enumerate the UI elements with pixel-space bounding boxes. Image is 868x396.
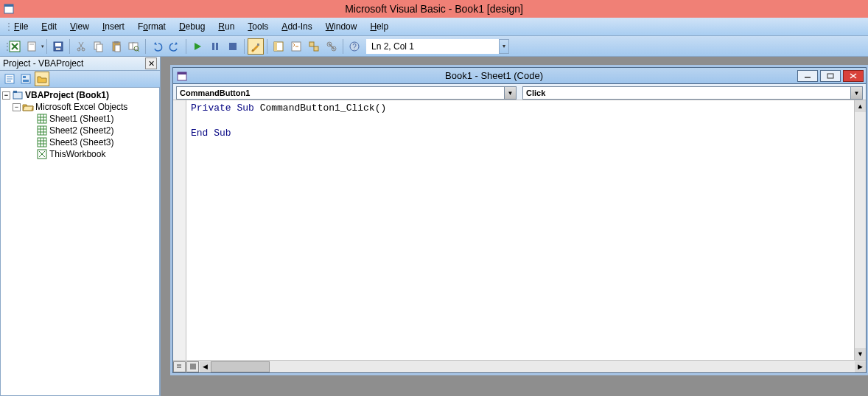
view-object-button[interactable]	[18, 72, 33, 86]
svg-rect-14	[115, 45, 120, 52]
app-icon	[0, 3, 18, 15]
tree-item-thisworkbook[interactable]: ThisWorkbook	[1, 148, 159, 160]
reset-button[interactable]	[225, 38, 241, 55]
maximize-button[interactable]	[820, 70, 841, 82]
chevron-down-icon[interactable]: ▼	[850, 87, 862, 99]
menu-run[interactable]: Run	[211, 19, 241, 34]
project-folder[interactable]: − Microsoft Excel Objects	[1, 101, 159, 113]
break-button[interactable]	[207, 38, 223, 55]
menu-format[interactable]: Format	[131, 19, 172, 34]
chevron-down-icon[interactable]: ▼	[504, 87, 516, 99]
undo-button[interactable]	[149, 38, 165, 55]
svg-rect-16	[133, 43, 138, 49]
full-module-view-button[interactable]	[186, 361, 199, 372]
position-dropdown-arrow[interactable]: ▾	[499, 39, 509, 54]
menubar: ⋮ File Edit View Insert Format Debug Run…	[0, 18, 868, 36]
svg-rect-38	[23, 76, 26, 78]
menu-insert[interactable]: Insert	[96, 19, 131, 34]
svg-rect-6	[55, 43, 61, 46]
menu-debug[interactable]: Debug	[172, 19, 211, 34]
svg-rect-20	[216, 43, 218, 50]
insert-module-button[interactable]	[24, 38, 41, 55]
cut-button[interactable]	[73, 38, 89, 55]
collapse-icon[interactable]: −	[13, 103, 21, 111]
mdi-area[interactable]: Book1 - Sheet1 (Code) CommandButton1 ▼ C…	[161, 57, 868, 396]
tree-item-sheet1[interactable]: Sheet1 (Sheet1)	[1, 113, 159, 125]
menu-view[interactable]: View	[63, 19, 96, 34]
project-root[interactable]: − VBAProject (Book1)	[1, 89, 159, 101]
save-button[interactable]	[50, 38, 66, 55]
scroll-up-icon[interactable]: ▲	[855, 100, 866, 112]
code-window-title: Book1 - Sheet1 (Code)	[191, 70, 797, 81]
minimize-button[interactable]	[797, 70, 818, 82]
copy-button[interactable]	[91, 38, 107, 55]
svg-rect-19	[212, 43, 214, 50]
project-explorer: Project - VBAProject ✕ − VBAProject (Boo…	[0, 57, 161, 396]
insert-dropdown-icon[interactable]: ▾	[41, 44, 44, 49]
redo-button[interactable]	[167, 38, 183, 55]
project-explorer-title: Project - VBAProject	[3, 58, 83, 69]
code-window-titlebar[interactable]: Book1 - Sheet1 (Code)	[173, 68, 866, 84]
procedure-view-button[interactable]	[173, 361, 186, 372]
toolbox-button[interactable]	[323, 38, 340, 55]
scroll-left-icon[interactable]: ◀	[200, 361, 211, 372]
view-excel-button[interactable]	[7, 38, 23, 55]
horizontal-scrollbar[interactable]: ◀ ▶	[200, 361, 866, 372]
object-dropdown[interactable]: CommandButton1 ▼	[176, 86, 517, 100]
find-button[interactable]	[126, 38, 142, 55]
svg-rect-13	[114, 41, 119, 44]
vertical-scrollbar[interactable]: ▲ ▼	[854, 100, 866, 360]
menu-tools[interactable]: Tools	[241, 19, 275, 34]
workspace: Project - VBAProject ✕ − VBAProject (Boo…	[0, 57, 868, 396]
code-window: Book1 - Sheet1 (Code) CommandButton1 ▼ C…	[172, 67, 867, 373]
svg-rect-7	[56, 48, 60, 50]
code-window-bottom: ◀ ▶	[173, 360, 866, 372]
code-margin	[173, 100, 186, 360]
scroll-right-icon[interactable]: ▶	[855, 361, 866, 372]
svg-rect-24	[274, 42, 277, 51]
svg-rect-41	[13, 91, 17, 93]
scroll-thumb[interactable]	[211, 361, 270, 372]
svg-text:?: ?	[352, 43, 357, 51]
svg-rect-40	[13, 92, 22, 99]
app-titlebar: Microsoft Visual Basic - Book1 [design]	[0, 0, 868, 18]
menu-help[interactable]: Help	[363, 19, 395, 34]
object-browser-button[interactable]	[306, 38, 322, 55]
scroll-down-icon[interactable]: ▼	[855, 348, 866, 360]
code-text[interactable]: Private Sub CommandButton1_Click() End S…	[186, 100, 854, 360]
menu-addins[interactable]: Add-Ins	[275, 19, 318, 34]
menu-edit[interactable]: Edit	[35, 19, 63, 34]
tree-item-sheet3[interactable]: Sheet3 (Sheet3)	[1, 136, 159, 148]
svg-rect-11	[97, 44, 102, 52]
paste-button[interactable]	[108, 38, 125, 55]
sheet-icon	[36, 113, 48, 125]
menu-file[interactable]: File	[7, 19, 35, 34]
tree-item-sheet2[interactable]: Sheet2 (Sheet2)	[1, 125, 159, 136]
close-button[interactable]	[843, 70, 864, 82]
code-editor[interactable]: Private Sub CommandButton1_Click() End S…	[173, 100, 866, 360]
toggle-folders-button[interactable]	[35, 72, 49, 86]
properties-button[interactable]	[288, 38, 304, 55]
svg-rect-47	[38, 126, 46, 135]
design-mode-button[interactable]	[248, 38, 264, 55]
run-button[interactable]	[189, 38, 206, 55]
svg-rect-4	[29, 44, 34, 45]
menu-window[interactable]: Window	[319, 19, 364, 34]
project-explorer-button[interactable]	[270, 38, 287, 55]
sheet-icon	[36, 125, 48, 136]
window-buttons	[797, 70, 864, 82]
svg-rect-3	[28, 42, 35, 51]
toolbar: ⋮ ▾ ? Ln 2, Col 1 ▾	[0, 36, 868, 57]
svg-rect-27	[309, 42, 314, 46]
svg-rect-1	[4, 4, 13, 7]
svg-rect-42	[38, 114, 46, 123]
svg-rect-22	[257, 44, 259, 46]
project-tree[interactable]: − VBAProject (Book1) − Microsoft Excel O…	[0, 88, 160, 396]
procedure-dropdown[interactable]: Click ▼	[522, 86, 863, 100]
help-button[interactable]: ?	[346, 38, 363, 55]
sheet-icon	[36, 136, 48, 148]
svg-rect-59	[178, 72, 186, 74]
project-explorer-close-button[interactable]: ✕	[145, 58, 157, 69]
view-code-button[interactable]	[2, 72, 17, 86]
collapse-icon[interactable]: −	[2, 91, 10, 100]
